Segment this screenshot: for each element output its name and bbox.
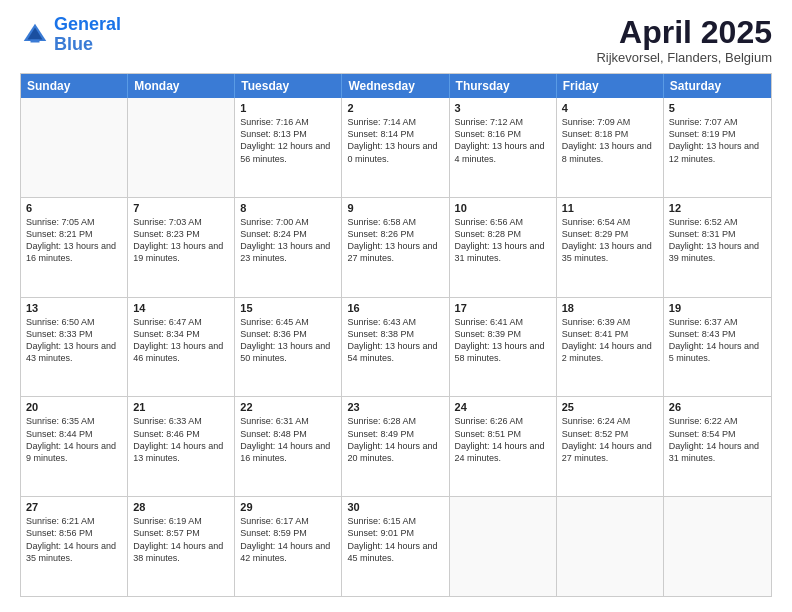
- day-number: 28: [133, 501, 229, 513]
- day-number: 7: [133, 202, 229, 214]
- calendar-cell-day-27: 27Sunrise: 6:21 AM Sunset: 8:56 PM Dayli…: [21, 497, 128, 596]
- calendar-cell-day-25: 25Sunrise: 6:24 AM Sunset: 8:52 PM Dayli…: [557, 397, 664, 496]
- day-number: 22: [240, 401, 336, 413]
- calendar-cell-day-12: 12Sunrise: 6:52 AM Sunset: 8:31 PM Dayli…: [664, 198, 771, 297]
- weekday-header-saturday: Saturday: [664, 74, 771, 98]
- cell-daylight-info: Sunrise: 6:39 AM Sunset: 8:41 PM Dayligh…: [562, 316, 658, 365]
- calendar-cell-day-10: 10Sunrise: 6:56 AM Sunset: 8:28 PM Dayli…: [450, 198, 557, 297]
- calendar-cell-day-21: 21Sunrise: 6:33 AM Sunset: 8:46 PM Dayli…: [128, 397, 235, 496]
- weekday-header-friday: Friday: [557, 74, 664, 98]
- calendar: SundayMondayTuesdayWednesdayThursdayFrid…: [20, 73, 772, 597]
- cell-daylight-info: Sunrise: 6:35 AM Sunset: 8:44 PM Dayligh…: [26, 415, 122, 464]
- logo-blue: Blue: [54, 34, 93, 54]
- day-number: 15: [240, 302, 336, 314]
- calendar-cell-empty: [450, 497, 557, 596]
- logo-text: General Blue: [54, 15, 121, 55]
- calendar-cell-day-8: 8Sunrise: 7:00 AM Sunset: 8:24 PM Daylig…: [235, 198, 342, 297]
- calendar-cell-day-6: 6Sunrise: 7:05 AM Sunset: 8:21 PM Daylig…: [21, 198, 128, 297]
- day-number: 14: [133, 302, 229, 314]
- calendar-row-3: 20Sunrise: 6:35 AM Sunset: 8:44 PM Dayli…: [21, 396, 771, 496]
- day-number: 5: [669, 102, 766, 114]
- calendar-body: 1Sunrise: 7:16 AM Sunset: 8:13 PM Daylig…: [21, 98, 771, 596]
- calendar-cell-day-23: 23Sunrise: 6:28 AM Sunset: 8:49 PM Dayli…: [342, 397, 449, 496]
- svg-rect-2: [31, 39, 40, 42]
- cell-daylight-info: Sunrise: 7:00 AM Sunset: 8:24 PM Dayligh…: [240, 216, 336, 265]
- logo-general: General: [54, 14, 121, 34]
- cell-daylight-info: Sunrise: 7:09 AM Sunset: 8:18 PM Dayligh…: [562, 116, 658, 165]
- cell-daylight-info: Sunrise: 6:17 AM Sunset: 8:59 PM Dayligh…: [240, 515, 336, 564]
- day-number: 10: [455, 202, 551, 214]
- calendar-cell-day-9: 9Sunrise: 6:58 AM Sunset: 8:26 PM Daylig…: [342, 198, 449, 297]
- day-number: 30: [347, 501, 443, 513]
- title-block: April 2025 Rijkevorsel, Flanders, Belgiu…: [596, 15, 772, 65]
- day-number: 17: [455, 302, 551, 314]
- logo: General Blue: [20, 15, 121, 55]
- day-number: 26: [669, 401, 766, 413]
- calendar-cell-day-29: 29Sunrise: 6:17 AM Sunset: 8:59 PM Dayli…: [235, 497, 342, 596]
- day-number: 8: [240, 202, 336, 214]
- day-number: 13: [26, 302, 122, 314]
- cell-daylight-info: Sunrise: 6:21 AM Sunset: 8:56 PM Dayligh…: [26, 515, 122, 564]
- calendar-header: SundayMondayTuesdayWednesdayThursdayFrid…: [21, 74, 771, 98]
- cell-daylight-info: Sunrise: 6:19 AM Sunset: 8:57 PM Dayligh…: [133, 515, 229, 564]
- calendar-cell-day-22: 22Sunrise: 6:31 AM Sunset: 8:48 PM Dayli…: [235, 397, 342, 496]
- cell-daylight-info: Sunrise: 7:12 AM Sunset: 8:16 PM Dayligh…: [455, 116, 551, 165]
- day-number: 11: [562, 202, 658, 214]
- cell-daylight-info: Sunrise: 6:28 AM Sunset: 8:49 PM Dayligh…: [347, 415, 443, 464]
- cell-daylight-info: Sunrise: 6:26 AM Sunset: 8:51 PM Dayligh…: [455, 415, 551, 464]
- day-number: 1: [240, 102, 336, 114]
- day-number: 16: [347, 302, 443, 314]
- cell-daylight-info: Sunrise: 6:54 AM Sunset: 8:29 PM Dayligh…: [562, 216, 658, 265]
- cell-daylight-info: Sunrise: 6:15 AM Sunset: 9:01 PM Dayligh…: [347, 515, 443, 564]
- cell-daylight-info: Sunrise: 6:37 AM Sunset: 8:43 PM Dayligh…: [669, 316, 766, 365]
- day-number: 12: [669, 202, 766, 214]
- calendar-cell-day-5: 5Sunrise: 7:07 AM Sunset: 8:19 PM Daylig…: [664, 98, 771, 197]
- calendar-cell-day-1: 1Sunrise: 7:16 AM Sunset: 8:13 PM Daylig…: [235, 98, 342, 197]
- day-number: 25: [562, 401, 658, 413]
- day-number: 24: [455, 401, 551, 413]
- calendar-cell-day-15: 15Sunrise: 6:45 AM Sunset: 8:36 PM Dayli…: [235, 298, 342, 397]
- weekday-header-tuesday: Tuesday: [235, 74, 342, 98]
- calendar-cell-day-20: 20Sunrise: 6:35 AM Sunset: 8:44 PM Dayli…: [21, 397, 128, 496]
- calendar-cell-day-4: 4Sunrise: 7:09 AM Sunset: 8:18 PM Daylig…: [557, 98, 664, 197]
- day-number: 21: [133, 401, 229, 413]
- cell-daylight-info: Sunrise: 7:16 AM Sunset: 8:13 PM Dayligh…: [240, 116, 336, 165]
- cell-daylight-info: Sunrise: 6:41 AM Sunset: 8:39 PM Dayligh…: [455, 316, 551, 365]
- weekday-header-sunday: Sunday: [21, 74, 128, 98]
- calendar-cell-day-7: 7Sunrise: 7:03 AM Sunset: 8:23 PM Daylig…: [128, 198, 235, 297]
- calendar-cell-day-26: 26Sunrise: 6:22 AM Sunset: 8:54 PM Dayli…: [664, 397, 771, 496]
- day-number: 4: [562, 102, 658, 114]
- calendar-cell-day-16: 16Sunrise: 6:43 AM Sunset: 8:38 PM Dayli…: [342, 298, 449, 397]
- cell-daylight-info: Sunrise: 6:31 AM Sunset: 8:48 PM Dayligh…: [240, 415, 336, 464]
- cell-daylight-info: Sunrise: 7:03 AM Sunset: 8:23 PM Dayligh…: [133, 216, 229, 265]
- cell-daylight-info: Sunrise: 6:45 AM Sunset: 8:36 PM Dayligh…: [240, 316, 336, 365]
- cell-daylight-info: Sunrise: 6:52 AM Sunset: 8:31 PM Dayligh…: [669, 216, 766, 265]
- cell-daylight-info: Sunrise: 7:05 AM Sunset: 8:21 PM Dayligh…: [26, 216, 122, 265]
- calendar-cell-day-2: 2Sunrise: 7:14 AM Sunset: 8:14 PM Daylig…: [342, 98, 449, 197]
- calendar-cell-day-18: 18Sunrise: 6:39 AM Sunset: 8:41 PM Dayli…: [557, 298, 664, 397]
- calendar-row-1: 6Sunrise: 7:05 AM Sunset: 8:21 PM Daylig…: [21, 197, 771, 297]
- header: General Blue April 2025 Rijkevorsel, Fla…: [20, 15, 772, 65]
- calendar-cell-day-14: 14Sunrise: 6:47 AM Sunset: 8:34 PM Dayli…: [128, 298, 235, 397]
- calendar-cell-day-28: 28Sunrise: 6:19 AM Sunset: 8:57 PM Dayli…: [128, 497, 235, 596]
- cell-daylight-info: Sunrise: 6:47 AM Sunset: 8:34 PM Dayligh…: [133, 316, 229, 365]
- cell-daylight-info: Sunrise: 6:56 AM Sunset: 8:28 PM Dayligh…: [455, 216, 551, 265]
- calendar-cell-day-3: 3Sunrise: 7:12 AM Sunset: 8:16 PM Daylig…: [450, 98, 557, 197]
- cell-daylight-info: Sunrise: 7:14 AM Sunset: 8:14 PM Dayligh…: [347, 116, 443, 165]
- calendar-cell-empty: [557, 497, 664, 596]
- weekday-header-thursday: Thursday: [450, 74, 557, 98]
- page: General Blue April 2025 Rijkevorsel, Fla…: [0, 0, 792, 612]
- calendar-cell-empty: [128, 98, 235, 197]
- calendar-cell-day-24: 24Sunrise: 6:26 AM Sunset: 8:51 PM Dayli…: [450, 397, 557, 496]
- day-number: 2: [347, 102, 443, 114]
- cell-daylight-info: Sunrise: 7:07 AM Sunset: 8:19 PM Dayligh…: [669, 116, 766, 165]
- day-number: 6: [26, 202, 122, 214]
- calendar-cell-empty: [21, 98, 128, 197]
- cell-daylight-info: Sunrise: 6:58 AM Sunset: 8:26 PM Dayligh…: [347, 216, 443, 265]
- cell-daylight-info: Sunrise: 6:22 AM Sunset: 8:54 PM Dayligh…: [669, 415, 766, 464]
- logo-icon: [20, 20, 50, 50]
- calendar-cell-day-30: 30Sunrise: 6:15 AM Sunset: 9:01 PM Dayli…: [342, 497, 449, 596]
- calendar-cell-empty: [664, 497, 771, 596]
- day-number: 27: [26, 501, 122, 513]
- calendar-row-4: 27Sunrise: 6:21 AM Sunset: 8:56 PM Dayli…: [21, 496, 771, 596]
